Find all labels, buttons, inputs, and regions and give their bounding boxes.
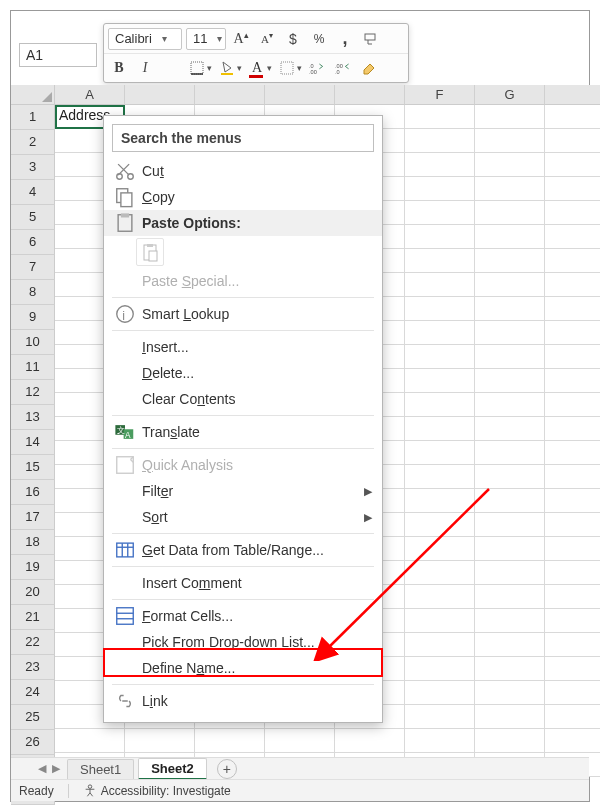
cell[interactable] [125,729,195,753]
row-header-26[interactable]: 26 [11,730,55,755]
cell[interactable] [545,441,600,465]
borders-button[interactable]: ▾ [186,57,212,79]
currency-button[interactable]: $ [282,28,304,50]
comma-button[interactable]: , [334,28,356,50]
row-header-10[interactable]: 10 [11,330,55,355]
cell[interactable] [475,153,545,177]
row-header-15[interactable]: 15 [11,455,55,480]
cell[interactable] [545,513,600,537]
menu-item-insert-comment[interactable]: Insert Comment [104,570,382,596]
bold-button[interactable]: B [108,57,130,79]
column-header-D[interactable]: D [265,85,335,105]
cell[interactable] [405,705,475,729]
column-header-C[interactable]: C [195,85,265,105]
menu-item-filter[interactable]: Filter ▶ [104,478,382,504]
cell[interactable] [405,129,475,153]
cell[interactable] [475,177,545,201]
menu-item-get-data[interactable]: Get Data from Table/Range... [104,537,382,563]
column-header-blank[interactable] [545,85,600,105]
cell[interactable] [475,561,545,585]
cell[interactable] [405,225,475,249]
cell[interactable] [405,297,475,321]
cell[interactable] [475,705,545,729]
tab-nav-next[interactable]: ▶ [49,762,63,775]
cell[interactable] [545,369,600,393]
percent-button[interactable]: % [308,28,330,50]
column-header-G[interactable]: G [475,85,545,105]
row-header-13[interactable]: 13 [11,405,55,430]
tab-nav-prev[interactable]: ◀ [35,762,49,775]
cell[interactable] [545,393,600,417]
row-header-1[interactable]: 1 [11,105,55,130]
sheet-tab-sheet2[interactable]: Sheet2 [138,758,207,780]
cell[interactable] [405,153,475,177]
menu-item-sort[interactable]: Sort ▶ [104,504,382,530]
row-header-4[interactable]: 4 [11,180,55,205]
menu-item-link[interactable]: Link [104,688,382,714]
italic-button[interactable]: I [134,57,156,79]
column-headers[interactable]: A B C D E F G [55,85,589,105]
row-header-25[interactable]: 25 [11,705,55,730]
cell[interactable] [405,201,475,225]
row-header-24[interactable]: 24 [11,680,55,705]
cell[interactable] [405,441,475,465]
cell[interactable] [545,129,600,153]
cell[interactable] [545,465,600,489]
cell[interactable] [405,177,475,201]
select-all-corner[interactable] [11,85,55,105]
increase-decimal-button[interactable]: .0.00 [306,57,328,79]
menu-item-insert[interactable]: Insert... [104,334,382,360]
row-header-20[interactable]: 20 [11,580,55,605]
cell[interactable] [405,345,475,369]
cell[interactable] [475,321,545,345]
cell[interactable] [475,393,545,417]
decrease-font-button[interactable]: A▾ [256,28,278,50]
format-painter-button[interactable] [360,28,382,50]
cell[interactable] [545,297,600,321]
cell[interactable] [405,537,475,561]
decrease-decimal-button[interactable]: .00.0 [332,57,354,79]
row-header-9[interactable]: 9 [11,305,55,330]
sheet-tab-sheet1[interactable]: Sheet1 [67,759,134,779]
cell[interactable] [405,681,475,705]
paste-option-default[interactable] [136,238,164,266]
borders-outer-button[interactable]: ▾ [276,57,302,79]
cell[interactable] [545,489,600,513]
font-size-combo[interactable]: 11 ▾ [186,28,226,50]
row-header-17[interactable]: 17 [11,505,55,530]
cell[interactable] [405,513,475,537]
row-header-6[interactable]: 6 [11,230,55,255]
cell[interactable] [405,585,475,609]
column-header-E[interactable]: E [335,85,405,105]
cell[interactable] [475,633,545,657]
cell[interactable] [475,273,545,297]
cell[interactable] [405,657,475,681]
cell[interactable] [405,561,475,585]
cell[interactable] [405,489,475,513]
row-header-2[interactable]: 2 [11,130,55,155]
cell[interactable] [545,225,600,249]
name-box[interactable]: A1 [19,43,97,67]
cell[interactable] [475,417,545,441]
cell[interactable] [405,393,475,417]
menu-search-input[interactable]: Search the menus [112,124,374,152]
font-name-combo[interactable]: Calibri ▾ [108,28,182,50]
row-header-7[interactable]: 7 [11,255,55,280]
row-header-3[interactable]: 3 [11,155,55,180]
cell[interactable] [545,345,600,369]
status-accessibility[interactable]: Accessibility: Investigate [83,784,231,798]
cell[interactable] [55,729,125,753]
clear-formatting-button[interactable] [358,57,380,79]
row-header-23[interactable]: 23 [11,655,55,680]
row-header-8[interactable]: 8 [11,280,55,305]
increase-font-button[interactable]: A▴ [230,28,252,50]
cell[interactable] [475,609,545,633]
cell[interactable] [195,729,265,753]
cell[interactable] [475,249,545,273]
cell[interactable] [545,537,600,561]
column-header-F[interactable]: F [405,85,475,105]
cell[interactable] [405,609,475,633]
row-header-18[interactable]: 18 [11,530,55,555]
cell[interactable] [405,321,475,345]
cell[interactable] [475,585,545,609]
